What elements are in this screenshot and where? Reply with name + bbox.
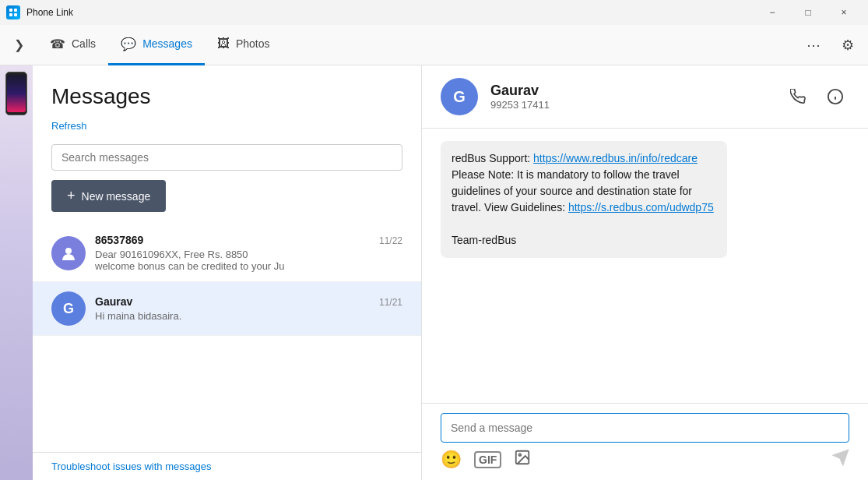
conversation-preview-line2: welcome bonus can be credited to your Ju (95, 260, 402, 272)
refresh-button[interactable]: Refresh (51, 120, 87, 132)
nav-back-button[interactable]: ❯ (6, 33, 31, 58)
avatar: G (51, 291, 86, 326)
search-input[interactable] (51, 144, 402, 171)
svg-rect-0 (9, 9, 12, 12)
conversation-top: 86537869 11/22 (95, 234, 402, 246)
conversation-item[interactable]: G Gaurav 11/21 Hi maina bidasaira. (33, 282, 421, 336)
title-bar-left: Phone Link (6, 5, 73, 19)
main-content: Messages Refresh + New message 865 (0, 65, 868, 480)
conversation-preview: Dear 90161096XX, Free Rs. 8850 (95, 249, 402, 260)
settings-button[interactable]: ⚙ (834, 31, 862, 59)
chat-input-actions: 🙂 GIF (441, 449, 849, 471)
chat-header-actions (784, 83, 849, 111)
messages-icon: 💬 (121, 37, 136, 51)
emoji-button[interactable]: 🙂 (441, 450, 462, 470)
conversation-item[interactable]: 86537869 11/22 Dear 90161096XX, Free Rs.… (33, 224, 421, 282)
svg-point-9 (519, 454, 522, 456)
svg-point-4 (65, 248, 72, 254)
chat-input-area: 🙂 GIF (422, 403, 868, 480)
svg-rect-1 (14, 9, 17, 12)
info-button[interactable] (821, 83, 849, 111)
conversation-list: 86537869 11/22 Dear 90161096XX, Free Rs.… (33, 224, 421, 452)
messages-title: Messages (51, 84, 402, 109)
message-link[interactable]: https://www.redbus.in/info/redcare (533, 152, 698, 164)
phone-screen (7, 75, 26, 112)
title-bar-controls: − □ × (754, 0, 862, 25)
close-button[interactable]: × (826, 0, 862, 25)
svg-rect-2 (9, 13, 12, 16)
chat-header: G Gaurav 99253 17411 (422, 65, 868, 129)
nav-tabs: ☎ Calls 💬 Messages 🖼 Photos (31, 25, 799, 65)
new-message-label: New message (82, 190, 151, 203)
conversation-date: 11/22 (379, 235, 402, 246)
nav-right-actions: ⋯ ⚙ (799, 31, 862, 59)
chat-contact-number: 99253 17411 (490, 99, 771, 111)
plus-icon: + (67, 188, 76, 204)
messages-header: Messages Refresh + New message (33, 65, 421, 224)
conversation-preview: Hi maina bidasaira. (95, 310, 402, 322)
photos-icon: 🖼 (217, 37, 230, 51)
message-input[interactable] (441, 413, 849, 443)
troubleshoot-link[interactable]: Troubleshoot issues with messages (33, 452, 421, 480)
nav-bar: ❯ ☎ Calls 💬 Messages 🖼 Photos ⋯ ⚙ (0, 25, 868, 65)
phone-preview-sidebar (0, 65, 33, 480)
tab-photos[interactable]: 🖼 Photos (205, 25, 283, 65)
more-options-button[interactable]: ⋯ (799, 31, 828, 59)
chat-contact-info: Gaurav 99253 17411 (490, 83, 771, 111)
message-bubble: redBus Support: https://www.redbus.in/in… (441, 141, 727, 258)
send-button[interactable] (832, 449, 849, 471)
conversation-name: Gaurav (95, 295, 132, 308)
title-bar: Phone Link − □ × (0, 0, 868, 25)
chat-contact-name: Gaurav (490, 83, 771, 99)
tab-messages[interactable]: 💬 Messages (108, 25, 205, 65)
messages-area: redBus Support: https://www.redbus.in/in… (422, 129, 868, 403)
call-button[interactable] (784, 83, 812, 111)
tab-calls[interactable]: ☎ Calls (37, 25, 108, 65)
svg-rect-3 (14, 13, 17, 16)
app-icon (6, 5, 20, 19)
gif-button[interactable]: GIF (474, 451, 501, 468)
message-link-2[interactable]: https://s.redbus.com/udwdp75 (568, 201, 714, 214)
tab-messages-label: Messages (142, 37, 192, 50)
conversation-name: 86537869 (95, 234, 143, 246)
phone-mockup (5, 72, 27, 115)
conversation-date: 11/21 (379, 297, 402, 308)
tab-photos-label: Photos (236, 37, 270, 50)
image-button[interactable] (514, 449, 531, 471)
conversation-info: 86537869 11/22 Dear 90161096XX, Free Rs.… (95, 234, 402, 272)
maximize-button[interactable]: □ (790, 0, 826, 25)
minimize-button[interactable]: − (754, 0, 790, 25)
app-title: Phone Link (26, 7, 73, 18)
conversation-info: Gaurav 11/21 Hi maina bidasaira. (95, 295, 402, 322)
conversation-top: Gaurav 11/21 (95, 295, 402, 308)
messages-panel: Messages Refresh + New message 865 (33, 65, 422, 480)
chat-avatar: G (441, 78, 478, 115)
new-message-button[interactable]: + New message (51, 180, 166, 212)
chat-area: G Gaurav 99253 17411 (422, 65, 868, 480)
calls-icon: ☎ (50, 37, 65, 51)
tab-calls-label: Calls (72, 37, 96, 50)
avatar (51, 236, 86, 270)
